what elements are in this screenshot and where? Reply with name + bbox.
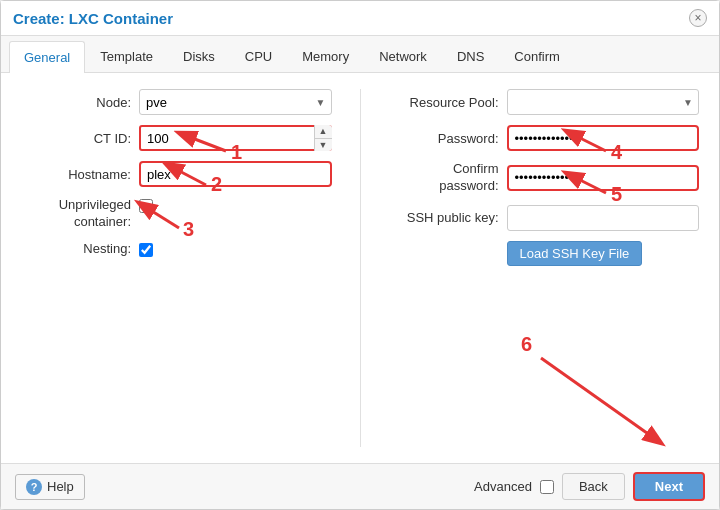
ctid-spinner: ▲ ▼ xyxy=(139,125,332,151)
confirm-password-input[interactable] xyxy=(507,165,700,191)
back-button[interactable]: Back xyxy=(562,473,625,500)
resource-pool-row: Resource Pool: ▼ xyxy=(389,89,700,115)
tab-template[interactable]: Template xyxy=(85,40,168,72)
password-label: Password: xyxy=(389,131,499,146)
resource-pool-select[interactable] xyxy=(507,89,700,115)
password-input[interactable] xyxy=(507,125,700,151)
advanced-label: Advanced xyxy=(474,479,532,494)
nesting-label: Nesting: xyxy=(21,241,131,258)
tab-disks[interactable]: Disks xyxy=(168,40,230,72)
hostname-input[interactable] xyxy=(139,161,332,187)
close-button[interactable]: × xyxy=(689,9,707,27)
node-combo[interactable]: pve ▼ xyxy=(139,89,332,115)
tab-bar: General Template Disks CPU Memory Networ… xyxy=(1,36,719,73)
dialog-title: Create: LXC Container xyxy=(13,10,173,27)
ctid-input[interactable] xyxy=(139,125,332,151)
node-row: Node: pve ▼ xyxy=(21,89,332,115)
ssh-key-input[interactable] xyxy=(507,205,700,231)
tab-dns[interactable]: DNS xyxy=(442,40,499,72)
help-label: Help xyxy=(47,479,74,494)
node-label: Node: xyxy=(21,95,131,110)
ssh-key-label: SSH public key: xyxy=(389,210,499,225)
resource-pool-label: Resource Pool: xyxy=(389,95,499,110)
create-lxc-dialog: Create: LXC Container × General Template… xyxy=(0,0,720,510)
ssh-key-row: SSH public key: xyxy=(389,205,700,231)
unprivileged-checkbox[interactable] xyxy=(139,199,153,213)
resource-pool-combo[interactable]: ▼ xyxy=(507,89,700,115)
dialog-footer: ? Help Advanced Back Next xyxy=(1,463,719,509)
nesting-checkbox[interactable] xyxy=(139,243,153,257)
unprivileged-row: Unprivilegedcontainer: xyxy=(21,197,332,231)
confirm-password-label: Confirmpassword: xyxy=(389,161,499,195)
help-button[interactable]: ? Help xyxy=(15,474,85,500)
ctid-spin-down[interactable]: ▼ xyxy=(315,139,332,152)
nesting-row: Nesting: xyxy=(21,241,332,258)
hostname-row: Hostname: xyxy=(21,161,332,187)
hostname-label: Hostname: xyxy=(21,167,131,182)
password-row: Password: xyxy=(389,125,700,151)
footer-right: Advanced Back Next xyxy=(474,472,705,501)
dialog-body: Node: pve ▼ CT ID: ▲ ▼ xyxy=(1,73,719,463)
left-form-column: Node: pve ▼ CT ID: ▲ ▼ xyxy=(21,89,332,447)
next-button[interactable]: Next xyxy=(633,472,705,501)
column-divider xyxy=(360,89,361,447)
ctid-spin-up[interactable]: ▲ xyxy=(315,125,332,139)
tab-confirm[interactable]: Confirm xyxy=(499,40,575,72)
load-ssh-button[interactable]: Load SSH Key File xyxy=(507,241,643,266)
tab-general[interactable]: General xyxy=(9,41,85,73)
right-form-column: Resource Pool: ▼ Password: Confirmpasswo… xyxy=(389,89,700,447)
ctid-label: CT ID: xyxy=(21,131,131,146)
tab-cpu[interactable]: CPU xyxy=(230,40,287,72)
dialog-titlebar: Create: LXC Container × xyxy=(1,1,719,36)
help-icon: ? xyxy=(26,479,42,495)
ctid-spin-buttons: ▲ ▼ xyxy=(314,125,332,151)
load-ssh-row: Load SSH Key File xyxy=(389,241,700,266)
footer-left: ? Help xyxy=(15,474,85,500)
confirm-password-row: Confirmpassword: xyxy=(389,161,700,195)
tab-network[interactable]: Network xyxy=(364,40,442,72)
tab-memory[interactable]: Memory xyxy=(287,40,364,72)
node-select[interactable]: pve xyxy=(139,89,332,115)
unprivileged-label: Unprivilegedcontainer: xyxy=(21,197,131,231)
advanced-checkbox[interactable] xyxy=(540,480,554,494)
ctid-row: CT ID: ▲ ▼ xyxy=(21,125,332,151)
